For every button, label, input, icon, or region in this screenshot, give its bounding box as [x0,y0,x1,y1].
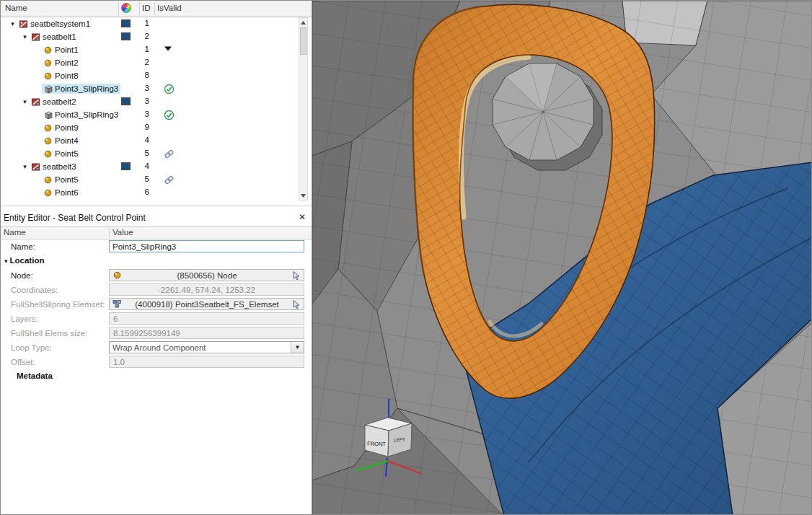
tree-indent [1,89,32,89]
valid-check-icon [164,110,175,120]
tree-item-label[interactable]: Point3_SlipRing3 [53,110,120,120]
id-cell: 2 [133,32,149,40]
tree-indent [1,141,32,141]
readonly-field: -2261.49, 574.24, 1253.22 [109,283,304,296]
application-window: Name ID IsValid ▾seatbeltsystem11▾seatbe… [0,0,812,515]
point-icon [42,58,53,68]
tree-item-label[interactable]: Point3_SlipRing3 [53,84,120,94]
picker-cursor-icon[interactable] [291,300,301,309]
tree-item-label[interactable]: Point2 [53,58,81,68]
entity-picker-field[interactable]: (4000918) Point3Seatbelt_FS_Elemset [109,298,304,310]
section-header-location[interactable]: ▾Location [4,256,44,265]
editor-row: ▾Location [1,254,312,268]
section-header-metadata[interactable]: Metadata [17,371,53,380]
expand-arrow-icon[interactable]: ▾ [20,98,30,105]
tree-indent [1,102,20,102]
tree-item-label[interactable]: Point9 [53,123,81,133]
picker-cursor-icon[interactable] [291,271,301,280]
column-separator[interactable] [118,2,119,15]
expand-arrow-icon[interactable]: ▾ [20,33,30,40]
field-label: Loop Type: [11,343,52,352]
id-cell: 8 [133,71,149,79]
point-icon [42,149,53,159]
tree-row-seatbelt1[interactable]: ▾seatbelt12 [1,30,297,43]
id-cell: 5 [133,149,149,157]
collapse-arrow-icon[interactable]: ▾ [4,258,8,265]
tree-indent [1,76,32,76]
id-cell: 3 [133,110,149,118]
tree-indent [1,193,32,193]
column-header-name[interactable]: Name [5,4,27,12]
id-cell: 3 [133,97,149,105]
color-swatch[interactable] [121,162,131,170]
belt-icon [30,162,41,172]
tree-indent [1,154,32,154]
column-separator[interactable] [139,2,140,15]
tree-row-seatbelt3[interactable]: ▾seatbelt34 [1,160,297,173]
scroll-up-button[interactable] [299,18,307,27]
tree-row-point3_slipring3[interactable]: Point3_SlipRing33 [1,108,297,121]
tree-row-seatbelt2[interactable]: ▾seatbelt23 [1,95,297,108]
close-icon[interactable]: ✕ [299,212,306,222]
scrollbar-thumb[interactable] [300,27,306,55]
editor-row: Offset:1.0 [1,355,312,369]
tree-item-label[interactable]: seatbelt3 [41,162,79,172]
column-separator[interactable] [154,2,155,15]
tree-item-label[interactable]: seatbelt1 [41,32,79,42]
tree-indent [1,63,32,63]
expand-arrow-icon[interactable]: ▾ [20,163,30,170]
field-label: Node: [11,271,33,280]
tree-indent [1,128,32,128]
tree-row-point4[interactable]: Point44 [1,134,297,147]
tree-row-point5[interactable]: Point55 [1,147,297,160]
color-swatch[interactable] [121,19,131,27]
color-swatch[interactable] [121,97,131,105]
field-label: Coordinates: [11,286,58,294]
readonly-field: 6 [109,312,304,325]
tree-row-point8[interactable]: Point88 [1,69,297,82]
tree-item-label[interactable]: Point4 [53,136,81,146]
dropdown-triangle-icon[interactable] [164,45,175,56]
column-separator[interactable] [109,227,110,238]
tree-row-point3_slipring3[interactable]: Point3_SlipRing33 [1,82,297,95]
column-header-id[interactable]: ID [142,4,151,12]
tree-row-seatbeltsystem1[interactable]: ▾seatbeltsystem11 [1,17,297,30]
view-cube-left-label[interactable]: LEFT [394,436,405,442]
editor-column-value[interactable]: Value [112,228,133,237]
tree-item-label[interactable]: Point5 [53,175,81,185]
readonly-field: 1.0 [109,356,304,368]
color-column-icon[interactable] [121,3,131,13]
tree-row-point9[interactable]: Point99 [1,121,297,134]
scroll-down-button[interactable] [299,191,307,200]
field-label: FullShell Elems size: [11,329,87,338]
entity-editor-titlebar: Entity Editor - Seat Belt Control Point … [1,209,312,226]
entity-picker-field[interactable]: (8500656) Node [109,269,304,281]
name-input[interactable]: Point3_SlipRing3 [109,240,304,252]
column-header-isvalid[interactable]: IsValid [157,4,182,12]
tree-row-point6[interactable]: Point66 [1,186,297,199]
tree-item-label[interactable]: Point1 [53,45,81,55]
color-swatch[interactable] [121,32,131,40]
tree-row-point1[interactable]: Point11 [1,43,297,56]
tree-item-label[interactable]: Point8 [53,71,81,81]
tree-item-label[interactable]: Point6 [53,188,81,198]
browser-panel: Name ID IsValid ▾seatbeltsystem11▾seatbe… [1,1,312,515]
field-label: Offset: [11,358,35,366]
readonly-field: 8.1599256399149 [109,327,304,339]
3d-viewport[interactable]: FRONT LEFT [312,1,811,515]
tree-item-label[interactable]: Point5 [53,149,81,159]
tree-item-label[interactable]: seatbelt2 [41,97,79,107]
tree-scrollbar[interactable] [299,17,308,201]
tree-row-point5[interactable]: Point55 [1,173,297,186]
expand-arrow-icon[interactable]: ▾ [8,20,17,27]
id-cell: 1 [133,19,149,27]
tree-row-point2[interactable]: Point22 [1,56,297,69]
loop-type-dropdown[interactable]: Wrap Around Component▼ [109,341,304,353]
editor-column-name[interactable]: Name [4,228,26,237]
tree-item-label[interactable]: seatbeltsystem1 [29,19,92,29]
chevron-down-icon[interactable]: ▼ [291,342,304,353]
id-cell: 5 [133,175,149,183]
point-icon [42,188,53,198]
view-cube-front-label[interactable]: FRONT [367,441,387,448]
section-label: Location [10,256,45,265]
